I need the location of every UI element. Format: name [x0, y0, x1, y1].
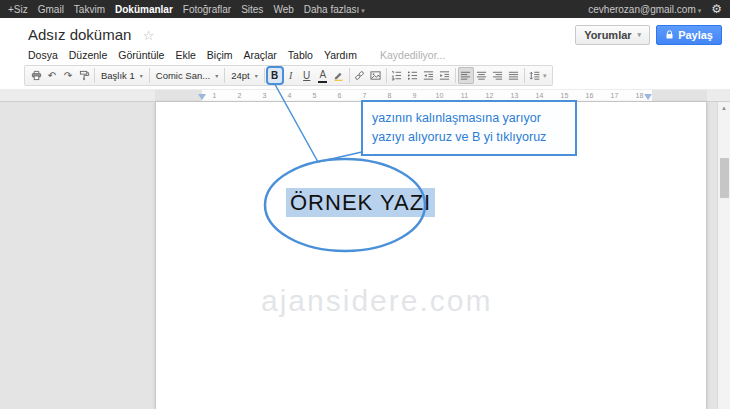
font-dropdown[interactable]: Comic San...▾	[152, 70, 222, 81]
topbar-link[interactable]: Takvim	[74, 4, 105, 15]
gear-icon[interactable]: ⚙	[711, 2, 722, 16]
menu-item[interactable]: Görüntüle	[118, 49, 164, 61]
chevron-down-icon: ▾	[215, 72, 218, 79]
right-indent-marker[interactable]	[644, 94, 652, 100]
bold-button-glyph: B	[271, 70, 278, 81]
toolbar-separator	[349, 68, 350, 83]
google-docs-app: +SizGmailTakvimDokümanlarFotoğraflarSite…	[0, 0, 730, 409]
topbar-link[interactable]: Web	[273, 4, 293, 15]
topbar-link[interactable]: Sites	[241, 4, 263, 15]
underline-button[interactable]: U	[299, 67, 315, 84]
chevron-down-icon: ▾	[698, 7, 702, 14]
menu-item[interactable]: Yardım	[324, 49, 357, 61]
topbar-link[interactable]: Daha fazlası▾	[304, 4, 365, 15]
vertical-scrollbar[interactable]: ▲	[717, 102, 730, 409]
callout-line-1: yazının kalınlaşmasına yarıyor	[372, 109, 566, 128]
highlight-color-button[interactable]	[331, 67, 347, 84]
menu-bar: DosyaDüzenleGörüntüleEkleBiçimAraçlarTab…	[0, 47, 730, 63]
chevron-down-icon: ▾	[543, 72, 547, 80]
account-area: cevherozan@gmail.com▾ ⚙	[588, 2, 722, 16]
formatting-toolbar: ↶↷Başlık 1▾Comic San...▾24pt▾BIUA▾	[24, 65, 553, 86]
bold-button[interactable]: B	[267, 67, 283, 84]
styles-dropdown-value: Başlık 1	[101, 70, 135, 81]
redo-icon[interactable]: ↷	[60, 67, 76, 84]
ruler-number: 3	[252, 90, 277, 101]
menu-items: DosyaDüzenleGörüntüleEkleBiçimAraçlarTab…	[28, 49, 357, 61]
watermark: ajansidere.com	[261, 284, 492, 318]
align-right-button[interactable]	[490, 67, 506, 84]
ruler-number: 4	[277, 90, 302, 101]
underline-button-glyph: U	[303, 70, 310, 81]
insert-image-button[interactable]	[368, 67, 384, 84]
ruler-number: 5	[302, 90, 327, 101]
ruler-number: 2	[227, 90, 252, 101]
ruler-right-margin	[652, 90, 707, 101]
menu-item[interactable]: Dosya	[28, 49, 58, 61]
topbar-link[interactable]: +Siz	[8, 4, 28, 15]
header-actions: Yorumlar▾ Paylaş	[575, 25, 722, 45]
ruler-number: 17	[602, 90, 627, 101]
google-services-nav: +SizGmailTakvimDokümanlarFotoğraflarSite…	[8, 4, 365, 15]
menu-item[interactable]: Ekle	[175, 49, 195, 61]
numbered-list-button[interactable]	[389, 67, 405, 84]
scroll-up-arrow[interactable]: ▲	[718, 102, 730, 114]
account-menu[interactable]: cevherozan@gmail.com▾	[588, 4, 701, 15]
scrollbar-thumb[interactable]	[720, 158, 729, 198]
topbar-link[interactable]: Dokümanlar	[115, 4, 173, 15]
text-color-button[interactable]: A	[315, 67, 331, 84]
chevron-down-icon: ▾	[638, 31, 642, 39]
print-icon[interactable]	[28, 67, 44, 84]
undo-icon[interactable]: ↶	[44, 67, 60, 84]
indent-button[interactable]	[437, 67, 453, 84]
document-text-line: ÖRNEK YAZI	[286, 190, 435, 216]
ruler-number: 16	[577, 90, 602, 101]
bulleted-list-button[interactable]	[405, 67, 421, 84]
toolbar-separator	[264, 68, 265, 83]
line-spacing-button[interactable]: ▾	[527, 67, 549, 84]
menu-item[interactable]: Tablo	[288, 49, 313, 61]
menu-item[interactable]: Biçim	[207, 49, 233, 61]
font-size-dropdown[interactable]: 24pt▾	[227, 70, 262, 81]
callout-line-2: yazıyı alıyoruz ve B yi tıklıyoruz	[372, 128, 566, 147]
document-header: Adsız doküman ☆ Yorumlar▾ Paylaş	[0, 18, 730, 47]
menu-item[interactable]: Araçlar	[244, 49, 277, 61]
toolbar-separator	[455, 68, 456, 83]
topbar-link[interactable]: Gmail	[38, 4, 64, 15]
document-title[interactable]: Adsız doküman	[28, 26, 131, 43]
paint-format-icon[interactable]	[76, 67, 92, 84]
ruler-number: 6	[327, 90, 352, 101]
ruler-left-margin	[155, 90, 202, 101]
redo-icon-glyph: ↷	[64, 70, 72, 81]
styles-dropdown[interactable]: Başlık 1▾	[97, 70, 147, 81]
toolbar-separator	[224, 68, 225, 83]
toolbar-separator	[149, 68, 150, 83]
font-dropdown-value: Comic San...	[156, 70, 210, 81]
comments-button[interactable]: Yorumlar▾	[575, 25, 650, 45]
menu-item[interactable]: Düzenle	[69, 49, 108, 61]
align-justify-button[interactable]	[506, 67, 522, 84]
title-area: Adsız doküman ☆	[28, 26, 155, 44]
topbar-link[interactable]: Fotoğraflar	[183, 4, 231, 15]
save-status: Kaydediliyor...	[380, 49, 445, 61]
toolbar-separator	[524, 68, 525, 83]
font-size-dropdown-value: 24pt	[231, 70, 250, 81]
toolbar-separator	[386, 68, 387, 83]
text-color-button-glyph: A	[319, 69, 326, 80]
italic-button[interactable]: I	[283, 67, 299, 84]
annotation-callout: yazının kalınlaşmasına yarıyor yazıyı al…	[361, 100, 577, 156]
google-bar: +SizGmailTakvimDokümanlarFotoğraflarSite…	[0, 0, 730, 18]
italic-button-glyph: I	[289, 70, 292, 81]
left-indent-marker[interactable]	[198, 94, 206, 100]
selected-text[interactable]: ÖRNEK YAZI	[286, 188, 435, 217]
align-center-button[interactable]	[474, 67, 490, 84]
share-button[interactable]: Paylaş	[656, 25, 722, 45]
insert-link-button[interactable]	[352, 67, 368, 84]
toolbar-row: ↶↷Başlık 1▾Comic San...▾24pt▾BIUA▾	[0, 63, 730, 90]
align-left-button[interactable]	[458, 67, 474, 84]
chevron-down-icon: ▾	[255, 72, 258, 79]
comments-label: Yorumlar	[584, 29, 631, 41]
undo-icon-glyph: ↶	[48, 70, 56, 81]
chevron-down-icon: ▾	[140, 72, 143, 79]
outdent-button[interactable]	[421, 67, 437, 84]
star-icon[interactable]: ☆	[143, 28, 155, 43]
